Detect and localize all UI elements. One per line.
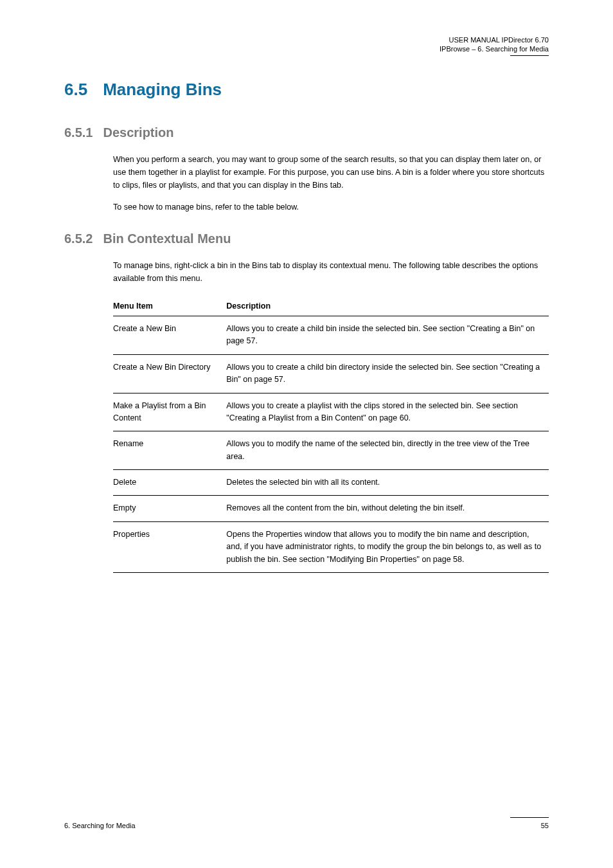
- menu-item-description: Allows you to create a child bin directo…: [226, 354, 549, 393]
- table-row: Empty Removes all the content from the b…: [113, 496, 549, 521]
- subsection-title: Description: [103, 125, 173, 140]
- footer-page-number: 55: [541, 822, 549, 829]
- table-row: Create a New Bin Directory Allows you to…: [113, 354, 549, 393]
- subsection-heading-contextual-menu: 6.5.2 Bin Contextual Menu: [64, 231, 549, 246]
- section-title: Managing Bins: [103, 80, 222, 100]
- page-footer: 6. Searching for Media 55: [0, 817, 613, 829]
- table-row: Delete Deletes the selected bin with all…: [113, 470, 549, 496]
- page-container: USER MANUAL IPDirector 6.70 IPBrowse – 6…: [0, 0, 613, 868]
- header-line-2: IPBrowse – 6. Searching for Media: [440, 45, 549, 53]
- menu-item-name: Create a New Bin Directory: [113, 354, 226, 393]
- menu-table: Menu Item Description Create a New Bin A…: [113, 296, 549, 573]
- page-header: USER MANUAL IPDirector 6.70 IPBrowse – 6…: [440, 36, 549, 53]
- menu-item-description: Deletes the selected bin with all its co…: [226, 470, 549, 496]
- footer-left: 6. Searching for Media: [64, 822, 136, 829]
- subsection-title: Bin Contextual Menu: [103, 231, 231, 246]
- menu-item-name: Create a New Bin: [113, 316, 226, 355]
- menu-item-description: Allows you to modify the name of the sel…: [226, 431, 549, 470]
- table-row: Make a Playlist from a Bin Content Allow…: [113, 393, 549, 431]
- description-paragraph-1: When you perform a search, you may want …: [113, 153, 549, 192]
- table-header-description: Description: [226, 296, 549, 316]
- table-header-item: Menu Item: [113, 296, 226, 316]
- menu-item-name: Make a Playlist from a Bin Content: [113, 393, 226, 431]
- menu-item-description: Allows you to create a playlist with the…: [226, 393, 549, 431]
- menu-item-name: Delete: [113, 470, 226, 496]
- menu-item-name: Empty: [113, 496, 226, 521]
- table-row: Create a New Bin Allows you to create a …: [113, 316, 549, 355]
- subsection-number: 6.5.1: [64, 125, 93, 140]
- menu-item-description: Removes all the content from the bin, wi…: [226, 496, 549, 521]
- table-header-row: Menu Item Description: [113, 296, 549, 316]
- description-paragraph-2: To see how to manage bins, refer to the …: [113, 201, 549, 213]
- section-heading: 6.5 Managing Bins: [64, 80, 549, 100]
- contextual-menu-intro: To manage bins, right-click a bin in the…: [113, 259, 549, 285]
- table-row: Rename Allows you to modify the name of …: [113, 431, 549, 470]
- table-row: Properties Opens the Properties window t…: [113, 521, 549, 572]
- header-rule: [510, 55, 549, 56]
- menu-item-description: Allows you to create a child bin inside …: [226, 316, 549, 355]
- footer-rule: [510, 817, 549, 818]
- header-line-1: USER MANUAL IPDirector 6.70: [440, 36, 549, 44]
- section-number: 6.5: [64, 80, 87, 100]
- menu-item-description: Opens the Properties window that allows …: [226, 521, 549, 572]
- menu-item-name: Rename: [113, 431, 226, 470]
- menu-item-name: Properties: [113, 521, 226, 572]
- subsection-heading-description: 6.5.1 Description: [64, 125, 549, 140]
- footer-line: 6. Searching for Media 55: [64, 822, 549, 829]
- subsection-number: 6.5.2: [64, 231, 93, 246]
